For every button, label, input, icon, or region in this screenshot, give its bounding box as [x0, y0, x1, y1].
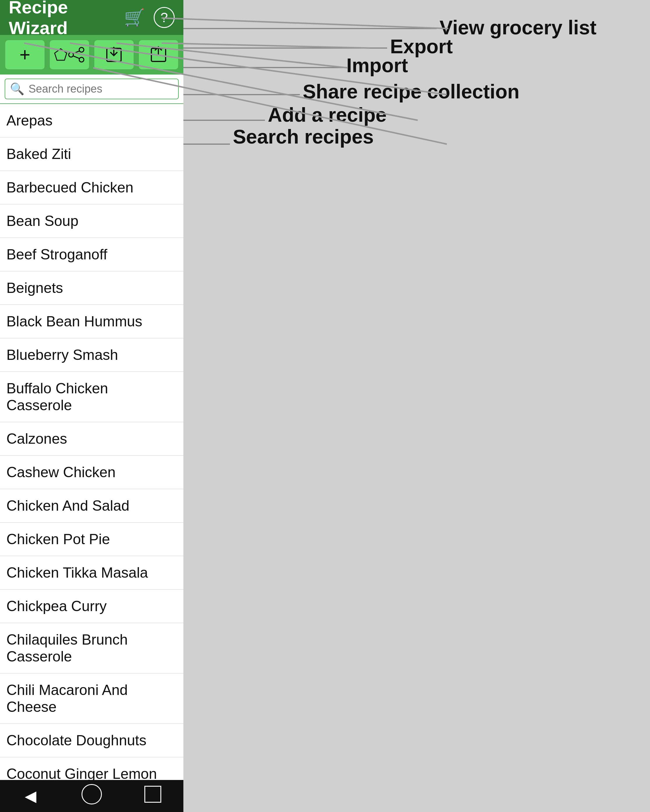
label-view-grocery-list: View grocery list	[439, 16, 597, 39]
recipe-list-item[interactable]: Barbecued Chicken	[0, 171, 183, 205]
share-button[interactable]: ⬠	[50, 40, 89, 69]
svg-point-0	[79, 47, 84, 52]
app-header: Recipe Wizard 🛒 ?	[0, 0, 183, 35]
recipe-list-item[interactable]: Buffalo Chicken Casserole	[0, 372, 183, 422]
search-container: 🔍	[0, 75, 183, 104]
label-import: Import	[346, 54, 408, 76]
recipe-list-item[interactable]: Chili Macaroni And Cheese	[0, 673, 183, 724]
recent-square-icon	[144, 786, 161, 803]
share-icon-svg	[67, 47, 85, 63]
recipe-list-item[interactable]: Chilaquiles Brunch Casserole	[0, 623, 183, 673]
recipe-list-item[interactable]: Bean Soup	[0, 205, 183, 238]
search-box: 🔍	[5, 79, 179, 99]
recipe-list-item[interactable]: Cashew Chicken	[0, 456, 183, 489]
label-search-recipes: Search recipes	[233, 125, 374, 148]
annotations-panel: View grocery list Export Import Share re…	[183, 0, 650, 812]
phone-frame: Recipe Wizard 🛒 ? + ⬠	[0, 0, 183, 812]
import-icon	[104, 46, 124, 64]
recipe-list: ArepasBaked ZitiBarbecued ChickenBean So…	[0, 104, 183, 780]
label-share-recipe-collection: Share recipe collection	[303, 80, 520, 103]
import-button[interactable]	[94, 40, 134, 69]
home-button[interactable]	[80, 784, 103, 808]
recipe-list-item[interactable]: Blueberry Smash	[0, 338, 183, 372]
svg-line-3	[73, 51, 79, 53]
cart-icon[interactable]: 🛒	[124, 8, 145, 27]
toolbar: + ⬠	[0, 35, 183, 75]
recipe-list-item[interactable]: Baked Ziti	[0, 137, 183, 171]
export-button[interactable]	[139, 40, 178, 69]
search-input[interactable]	[29, 83, 174, 95]
recipe-list-item[interactable]: Coconut Ginger Lemon Drop	[0, 757, 183, 780]
svg-line-4	[73, 56, 79, 58]
add-recipe-button[interactable]: +	[5, 40, 44, 69]
recipe-list-item[interactable]: Arepas	[0, 104, 183, 137]
header-icons: 🛒 ?	[124, 7, 175, 28]
export-icon	[149, 46, 168, 64]
home-circle-icon	[81, 784, 102, 804]
label-add-a-recipe: Add a recipe	[268, 103, 386, 126]
help-icon[interactable]: ?	[154, 7, 175, 28]
share-icon: ⬠	[54, 46, 67, 64]
recipe-list-item[interactable]: Beef Stroganoff	[0, 238, 183, 271]
recipe-list-item[interactable]: Chicken Pot Pie	[0, 523, 183, 556]
recipe-list-item[interactable]: Beignets	[0, 271, 183, 305]
recipe-list-item[interactable]: Chicken And Salad	[0, 489, 183, 523]
add-icon: +	[20, 44, 30, 66]
nav-bar: ◀	[0, 780, 183, 812]
svg-point-1	[69, 52, 73, 57]
recipe-list-item[interactable]: Chicken Tikka Masala	[0, 556, 183, 589]
recipe-list-item[interactable]: Chickpea Curry	[0, 589, 183, 623]
recipe-list-item[interactable]: Black Bean Hummus	[0, 305, 183, 338]
recent-button[interactable]	[141, 786, 165, 806]
search-icon: 🔍	[10, 82, 24, 96]
recipe-list-item[interactable]: Chocolate Doughnuts	[0, 724, 183, 757]
recipe-list-item[interactable]: Calzones	[0, 422, 183, 456]
app-title: Recipe Wizard	[9, 0, 124, 38]
svg-point-2	[79, 57, 84, 62]
back-button[interactable]: ◀	[19, 787, 42, 805]
annotation-lines	[183, 0, 650, 812]
